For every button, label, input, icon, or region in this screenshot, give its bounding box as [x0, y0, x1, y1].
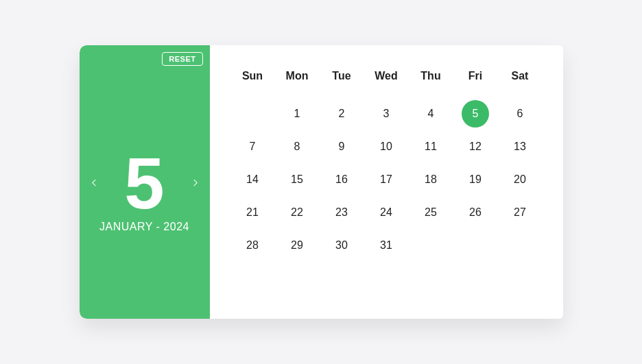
calendar-day-cell[interactable]: 2	[328, 100, 355, 128]
month-year-label: JANUARY - 2024	[99, 221, 189, 233]
chevron-left-icon	[89, 178, 99, 187]
calendar-day-cell[interactable]: 25	[417, 199, 444, 226]
calendar-table: SunMonTueWedThuFriSat 123456789101112131…	[230, 70, 543, 262]
reset-button[interactable]: RESET	[162, 52, 202, 66]
weekday-header: Sun	[230, 70, 275, 97]
calendar-grid: SunMonTueWedThuFriSat 123456789101112131…	[210, 45, 563, 319]
calendar-day-cell[interactable]: 30	[328, 232, 355, 259]
calendar-day-cell[interactable]: 21	[239, 199, 266, 226]
calendar-day-cell[interactable]: 22	[283, 199, 311, 226]
weekday-header: Sat	[498, 70, 543, 97]
calendar-week-row: 21222324252627	[230, 196, 543, 229]
calendar-day-cell[interactable]: 24	[372, 199, 400, 226]
calendar-day-cell[interactable]: 13	[506, 133, 534, 160]
calendar-day-cell[interactable]: 14	[239, 166, 266, 193]
weekday-header: Tue	[320, 70, 364, 97]
weekday-header-row: SunMonTueWedThuFriSat	[230, 70, 543, 97]
calendar-day-cell[interactable]: 9	[328, 133, 355, 160]
calendar-day-cell[interactable]: 18	[417, 166, 444, 193]
weekday-header: Wed	[364, 70, 409, 97]
calendar-day-cell[interactable]: 11	[417, 133, 444, 160]
calendar-day-cell[interactable]: 5	[462, 100, 489, 128]
calendar-day-cell[interactable]: 3	[372, 100, 400, 128]
calendar-day-cell[interactable]: 10	[372, 133, 400, 160]
calendar-day-cell[interactable]: 6	[506, 100, 534, 128]
calendar-day-cell[interactable]: 31	[372, 232, 400, 259]
calendar-day-cell[interactable]: 20	[506, 166, 534, 193]
calendar-day-cell[interactable]: 12	[462, 133, 489, 160]
calendar-day-cell[interactable]: 1	[283, 100, 311, 128]
calendar-week-row: 78910111213	[230, 130, 543, 163]
calendar-day-cell[interactable]: 16	[328, 166, 355, 193]
weekday-header: Thu	[409, 70, 453, 97]
calendar-day-cell[interactable]: 8	[283, 133, 311, 160]
calendar-week-row: 28293031	[230, 229, 543, 262]
sidebar: RESET 5 JANUARY - 2024	[80, 45, 210, 319]
calendar-empty-cell	[453, 229, 498, 262]
calendar-day-cell[interactable]: 15	[283, 166, 311, 193]
weekday-header: Fri	[453, 70, 498, 97]
chevron-right-icon	[191, 178, 200, 187]
calendar-day-cell[interactable]: 27	[506, 199, 534, 226]
calendar-day-cell[interactable]: 23	[328, 199, 355, 226]
calendar-day-cell[interactable]: 26	[462, 199, 489, 226]
prev-month-button[interactable]	[88, 176, 100, 189]
calendar-empty-cell	[230, 97, 275, 130]
calendar-empty-cell	[409, 229, 453, 262]
month-nav	[80, 176, 210, 189]
calendar-day-cell[interactable]: 7	[239, 133, 266, 160]
datepicker-card: RESET 5 JANUARY - 2024 SunMonTueWedThuFr…	[80, 45, 563, 319]
calendar-day-cell[interactable]: 4	[417, 100, 444, 128]
weekday-header: Mon	[275, 70, 320, 97]
calendar-week-row: 123456	[230, 97, 543, 130]
calendar-day-cell[interactable]: 28	[239, 232, 266, 259]
calendar-empty-cell	[498, 229, 543, 262]
calendar-week-row: 14151617181920	[230, 163, 543, 196]
next-month-button[interactable]	[189, 176, 202, 189]
calendar-day-cell[interactable]: 29	[283, 232, 311, 259]
calendar-day-cell[interactable]: 17	[372, 166, 400, 193]
calendar-day-cell[interactable]: 19	[462, 166, 489, 193]
